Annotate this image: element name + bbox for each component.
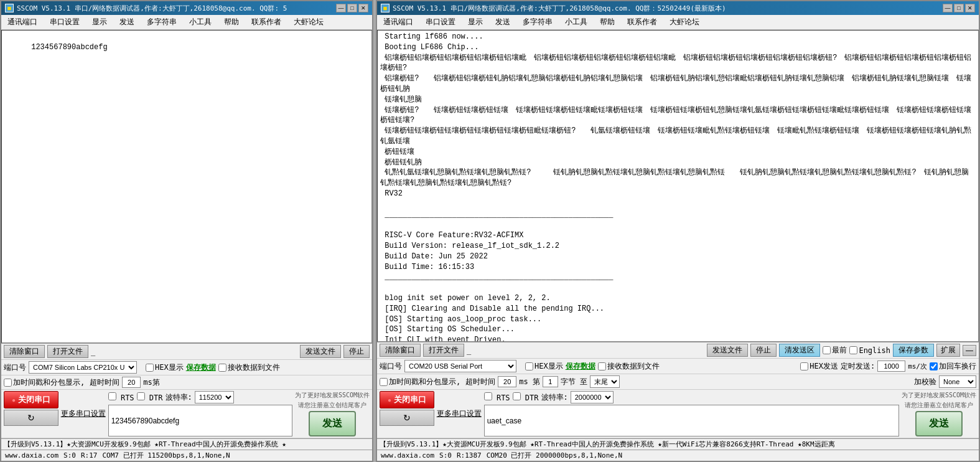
left-rts-dtr: RTS DTR 波特率: 115200 [108, 391, 292, 403]
left-recv-file-label[interactable]: 接收数据到文件 [218, 362, 280, 373]
right-timer-input[interactable] [877, 361, 905, 372]
right-rts-checkbox[interactable] [484, 392, 492, 400]
right-baud-select[interactable]: 2000000 [571, 391, 614, 403]
left-ctrl-row4: ● 关闭串口 ↻ 更多串口设置 RTS DTR [1, 390, 372, 438]
right-send-file-btn[interactable]: 发送文件 [707, 344, 748, 357]
right-end-select[interactable]: 末尾 [590, 375, 620, 388]
right-menu-port-settings[interactable]: 串口设置 [422, 16, 459, 28]
right-extend-btn[interactable]: 扩展 [936, 344, 960, 357]
right-english-label[interactable]: English [849, 346, 890, 355]
right-timestamp-label[interactable]: 加时间戳和分包显示, [380, 377, 460, 387]
right-hex-checkbox[interactable] [525, 362, 533, 370]
right-crlf-checkbox[interactable] [930, 362, 938, 370]
right-serial-output: Starting lf686 now.... Booting LF686 Chi… [377, 30, 979, 342]
left-menu-forum[interactable]: 大虾论坛 [290, 16, 327, 28]
right-send-input[interactable] [484, 405, 899, 436]
left-menu-contact[interactable]: 联系作者 [248, 16, 285, 28]
left-send-file-btn[interactable]: 发送文件 [300, 345, 341, 358]
right-restore-btn[interactable]: □ [954, 4, 964, 12]
right-hex-send-checkbox[interactable] [800, 362, 808, 370]
right-checksum-select[interactable]: None [939, 375, 976, 388]
right-minimize-panel-btn[interactable]: — [963, 345, 976, 356]
left-close-port-btn[interactable]: ● 关闭串口 [4, 391, 58, 408]
right-more-settings-btn[interactable]: 更多串口设置 [437, 408, 482, 419]
right-menu-forum[interactable]: 大虾论坛 [666, 16, 703, 28]
right-minimize-btn[interactable]: — [943, 4, 953, 12]
left-menu-display[interactable]: 显示 [88, 16, 111, 28]
left-menu-port-settings[interactable]: 串口设置 [46, 16, 83, 28]
left-more-settings-btn[interactable]: 更多串口设置 [61, 408, 106, 419]
left-timestamp-checkbox[interactable] [4, 379, 12, 387]
right-hex-send-label[interactable]: HEX发送 [800, 361, 838, 372]
right-promo2: 请您注册嘉立创结尾客户 [905, 401, 973, 410]
left-bottom-controls: 清除窗口 打开文件 _ 发送文件 停止 端口号 COM7 Silicon Lab… [1, 343, 372, 461]
right-save-params-btn[interactable]: 保存参数 [893, 344, 934, 357]
left-stop-btn[interactable]: 停止 [343, 345, 370, 358]
right-byte-unit: 字节 至 [561, 377, 587, 387]
right-stop-btn[interactable]: 停止 [750, 344, 777, 357]
right-menu-display[interactable]: 显示 [464, 16, 487, 28]
left-menu-tools[interactable]: 小工具 [185, 16, 215, 28]
left-refresh-btn[interactable]: ↻ [4, 410, 58, 426]
right-port-select[interactable]: COM20 USB Serial Port [404, 360, 516, 372]
left-status-s: S:0 [63, 451, 76, 460]
left-hex-display-label[interactable]: HEX显示 [146, 362, 184, 373]
left-recv-checkbox[interactable] [218, 364, 226, 372]
left-save-data-btn[interactable]: 保存数据 [186, 362, 216, 373]
right-menu-send[interactable]: 发送 [492, 16, 514, 28]
right-title-buttons: — □ ✕ [943, 4, 975, 12]
left-close-btn[interactable]: ✕ [358, 4, 368, 12]
left-send-btn[interactable]: 发送 [309, 411, 356, 436]
right-recv-checkbox[interactable] [598, 362, 606, 370]
right-first-label[interactable]: 最前 [823, 345, 847, 356]
left-baud-select[interactable]: 115200 [195, 391, 234, 403]
right-hex-display-label[interactable]: HEX显示 [525, 361, 563, 372]
left-dtr-checkbox[interactable] [137, 392, 145, 400]
right-dtr-checkbox[interactable] [513, 392, 521, 400]
left-menu-help[interactable]: 帮助 [220, 16, 243, 28]
left-port-select[interactable]: COM7 Silicon Labs CP210x U [29, 361, 137, 374]
right-save-data-btn[interactable]: 保存数据 [566, 361, 595, 372]
right-window-title: SSCOM V5.13.1 串口/网络数据调试器,作者:大虾丁丁,2618058… [393, 4, 940, 13]
right-close-port-btn[interactable]: ● 关闭串口 [380, 391, 434, 408]
left-menu-send[interactable]: 发送 [116, 16, 138, 28]
left-hex-checkbox[interactable] [146, 364, 154, 372]
left-send-input[interactable] [108, 405, 292, 436]
left-minimize-btn[interactable]: — [336, 4, 346, 12]
right-close-btn[interactable]: ✕ [965, 4, 975, 12]
right-byte-num-input[interactable] [543, 376, 558, 387]
right-rts-label[interactable]: RTS [484, 392, 510, 402]
left-serial-output: 1234567890abcdefg [1, 30, 372, 343]
right-english-checkbox[interactable] [849, 346, 857, 354]
right-refresh-btn[interactable]: ↻ [380, 410, 434, 426]
left-rts-label[interactable]: RTS [108, 392, 134, 402]
left-ticker: 【升级到V5.13.1】★大资源MCU开发板9.9包邮 ★RT-Thread中国… [1, 438, 372, 450]
left-timestamp-label[interactable]: 加时间戳和分包显示, [4, 377, 85, 388]
right-send-clear-btn[interactable]: 清发送区 [779, 344, 820, 357]
right-send-btn[interactable]: 发送 [915, 411, 963, 436]
left-restore-btn[interactable]: □ [347, 4, 357, 12]
left-menu-multistr[interactable]: 多字符串 [143, 16, 180, 28]
right-checksum-label: 加校验 [914, 377, 936, 387]
right-menu-multistr[interactable]: 多字符串 [519, 16, 556, 28]
right-recv-file-label[interactable]: 接收数据到文件 [598, 361, 660, 372]
left-open-file-btn[interactable]: 打开文件 [47, 345, 88, 358]
right-first-checkbox[interactable] [823, 346, 831, 354]
left-timeout-input[interactable] [122, 377, 141, 388]
left-menu-comm[interactable]: 通讯端口 [4, 16, 41, 28]
right-menu-tools[interactable]: 小工具 [561, 16, 591, 28]
right-timestamp-checkbox[interactable] [380, 378, 388, 386]
right-menu-help[interactable]: 帮助 [596, 16, 618, 28]
right-open-file-btn[interactable]: 打开文件 [423, 344, 464, 357]
right-clear-btn[interactable]: 清除窗口 [380, 344, 421, 357]
right-baud-label: 波特率: [541, 392, 568, 403]
right-dtr-label[interactable]: DTR [513, 392, 539, 402]
right-menu-contact[interactable]: 联系作者 [623, 16, 661, 28]
right-menu-comm[interactable]: 通讯端口 [380, 16, 417, 28]
right-crlf-label[interactable]: 加回车换行 [930, 361, 976, 372]
right-bottom-controls: 清除窗口 打开文件 _ 发送文件 停止 清发送区 最前 English 保存参数… [377, 342, 979, 461]
left-rts-checkbox[interactable] [108, 392, 116, 400]
left-clear-btn[interactable]: 清除窗口 [4, 345, 45, 358]
right-timeout-input[interactable] [498, 376, 516, 387]
left-dtr-label[interactable]: DTR [137, 392, 163, 402]
